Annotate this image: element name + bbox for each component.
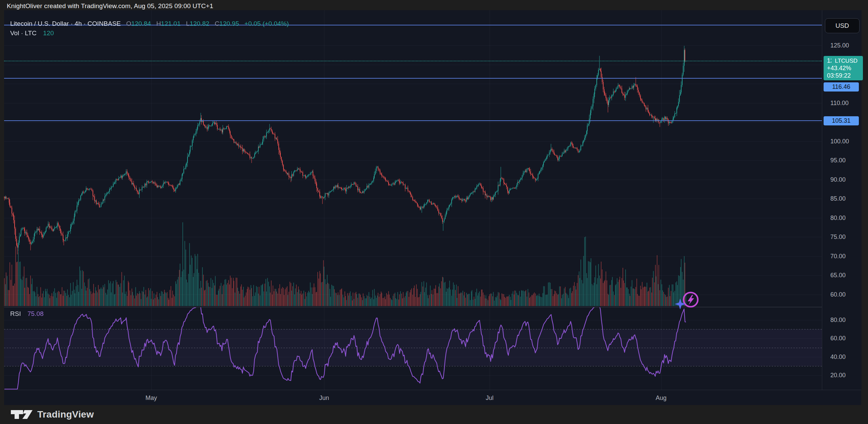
price-scale[interactable]: USD 125.00110.00100.0095.0090.0085.0080.… bbox=[822, 10, 862, 390]
badge-change-pct: +43.42% bbox=[827, 64, 863, 72]
ohlc-open-value: 120.84 bbox=[131, 20, 151, 27]
rsi-label[interactable]: RSI bbox=[10, 310, 21, 317]
chart-legend: Litecoin / U.S. Dollar · 4h · COINBASE O… bbox=[10, 19, 289, 38]
price-tick-label: 90.00 bbox=[830, 176, 846, 183]
symbol-title[interactable]: Litecoin / U.S. Dollar · 4h · COINBASE bbox=[10, 20, 121, 27]
attribution-bar: KnightOliver created with TradingView.co… bbox=[7, 2, 213, 10]
volume-value: 120 bbox=[43, 29, 54, 37]
alert-badge-116[interactable]: 116.46 bbox=[824, 82, 859, 92]
currency-usd-button[interactable]: USD bbox=[825, 18, 860, 33]
rsi-tick-label: 20.00 bbox=[830, 372, 846, 379]
time-axis[interactable]: MayJunJulAug bbox=[4, 390, 861, 405]
bottom-bar: TradingView bbox=[0, 405, 868, 424]
ohlc-high-value: 121.01 bbox=[161, 20, 181, 27]
price-tick-label: 125.00 bbox=[830, 42, 849, 49]
horizontal-line-105[interactable] bbox=[4, 120, 822, 121]
horizontal-line-116[interactable] bbox=[4, 78, 822, 79]
price-tick-label: 70.00 bbox=[830, 253, 846, 260]
ohlc-close-label: C bbox=[215, 20, 219, 27]
rsi-tick-label: 40.00 bbox=[830, 353, 846, 360]
ohlc-open-label: O bbox=[126, 20, 131, 27]
ohlc-change-value: +0.05 (+0.04%) bbox=[244, 20, 289, 27]
price-tick-label: 80.00 bbox=[830, 214, 846, 221]
time-tick-label: Aug bbox=[656, 394, 667, 401]
current-price-line bbox=[4, 61, 822, 61]
ohlc-high-label: H bbox=[156, 20, 161, 27]
ohlc-low-label: L bbox=[186, 20, 190, 27]
time-tick-label: Jun bbox=[319, 394, 329, 401]
volume-label[interactable]: Vol · LTC bbox=[10, 29, 37, 37]
price-tick-label: 60.00 bbox=[830, 291, 846, 298]
chart-canvas[interactable] bbox=[4, 10, 822, 390]
time-tick-label: May bbox=[145, 394, 157, 401]
rsi-legend: RSI 75.08 bbox=[10, 309, 44, 319]
rsi-value: 75.08 bbox=[27, 310, 44, 317]
price-tick-label: 75.00 bbox=[830, 234, 846, 241]
price-tick-label: 110.00 bbox=[830, 99, 849, 106]
alert-badge-105[interactable]: 105.31 bbox=[824, 116, 859, 125]
tradingview-logo-text: TradingView bbox=[37, 409, 94, 420]
price-tick-label: 85.00 bbox=[830, 195, 846, 202]
rsi-tick-label: 80.00 bbox=[830, 317, 846, 324]
rsi-tick-label: 60.00 bbox=[830, 335, 846, 342]
ohlc-low-value: 120.82 bbox=[190, 20, 209, 27]
lightning-boost-icon[interactable] bbox=[668, 289, 705, 315]
symbol-price-tag: LTCUSD bbox=[831, 57, 861, 65]
chart-widget: Litecoin / U.S. Dollar · 4h · COINBASE O… bbox=[4, 10, 861, 405]
tradingview-logo[interactable]: TradingView bbox=[10, 408, 94, 421]
price-tick-label: 65.00 bbox=[830, 272, 846, 279]
price-tick-label: 95.00 bbox=[830, 157, 846, 164]
ohlc-close-value: 120.95 bbox=[219, 20, 239, 27]
time-tick-label: Jul bbox=[486, 394, 493, 401]
tradingview-logo-icon bbox=[10, 408, 33, 421]
price-tick-label: 100.00 bbox=[830, 138, 849, 145]
badge-countdown: 03:59:22 bbox=[827, 72, 863, 79]
